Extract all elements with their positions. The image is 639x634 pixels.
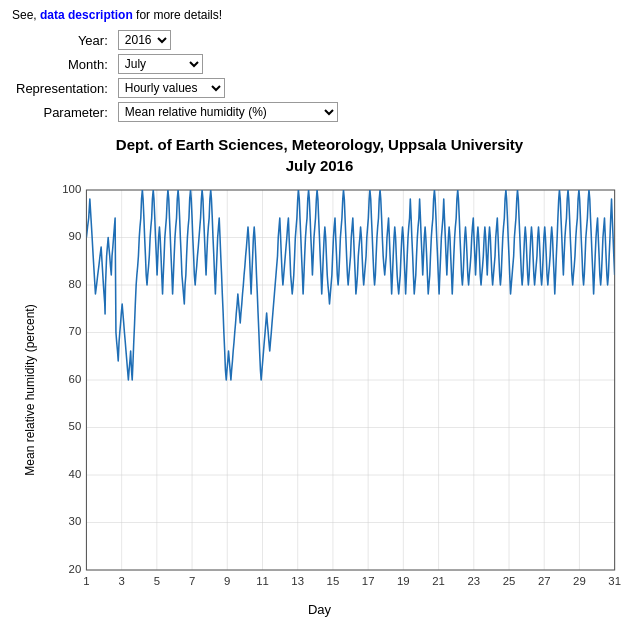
parameter-label: Parameter:	[12, 100, 114, 124]
svg-text:60: 60	[68, 373, 81, 385]
month-label: Month:	[12, 52, 114, 76]
svg-text:5: 5	[153, 575, 159, 587]
svg-text:9: 9	[224, 575, 230, 587]
x-axis-label: Day	[15, 602, 625, 617]
svg-text:13: 13	[291, 575, 304, 587]
svg-text:11: 11	[256, 575, 269, 587]
svg-text:40: 40	[68, 468, 81, 480]
svg-text:30: 30	[68, 516, 81, 528]
svg-text:70: 70	[68, 326, 81, 338]
representation-label: Representation:	[12, 76, 114, 100]
svg-text:80: 80	[68, 278, 81, 290]
year-select[interactable]: 2016 2015 2017	[118, 30, 171, 50]
y-axis-label: Mean relative humidity (percent)	[23, 304, 37, 475]
svg-text:7: 7	[188, 575, 194, 587]
svg-text:100: 100	[62, 183, 81, 195]
representation-select[interactable]: Hourly values Daily values Monthly value…	[118, 78, 225, 98]
svg-text:1: 1	[83, 575, 89, 587]
svg-text:31: 31	[608, 575, 621, 587]
svg-text:17: 17	[361, 575, 374, 587]
chart-title: Dept. of Earth Sciences, Meteorology, Up…	[15, 134, 625, 176]
chart-svg: 100 90 80 70 60 50 40 30 20 1 3 5 7 9 11…	[45, 180, 625, 600]
svg-text:21: 21	[432, 575, 445, 587]
svg-text:29: 29	[573, 575, 586, 587]
svg-text:20: 20	[68, 563, 81, 575]
parameter-select[interactable]: Mean relative humidity (%) Temperature (…	[118, 102, 338, 122]
svg-text:50: 50	[68, 421, 81, 433]
data-description-link[interactable]: data description	[40, 8, 133, 22]
svg-text:25: 25	[502, 575, 515, 587]
year-label: Year:	[12, 28, 114, 52]
svg-text:90: 90	[68, 231, 81, 243]
chart-container: Dept. of Earth Sciences, Meteorology, Up…	[15, 134, 625, 617]
month-select[interactable]: JanuaryFebruaryMarch AprilMayJune JulyAu…	[118, 54, 203, 74]
notice-text: See, data description for more details!	[12, 8, 627, 22]
svg-text:3: 3	[118, 575, 124, 587]
svg-text:19: 19	[397, 575, 410, 587]
svg-text:23: 23	[467, 575, 480, 587]
controls-form: Year: 2016 2015 2017 Month: JanuaryFebru…	[12, 28, 342, 124]
svg-text:15: 15	[326, 575, 339, 587]
svg-text:27: 27	[537, 575, 550, 587]
